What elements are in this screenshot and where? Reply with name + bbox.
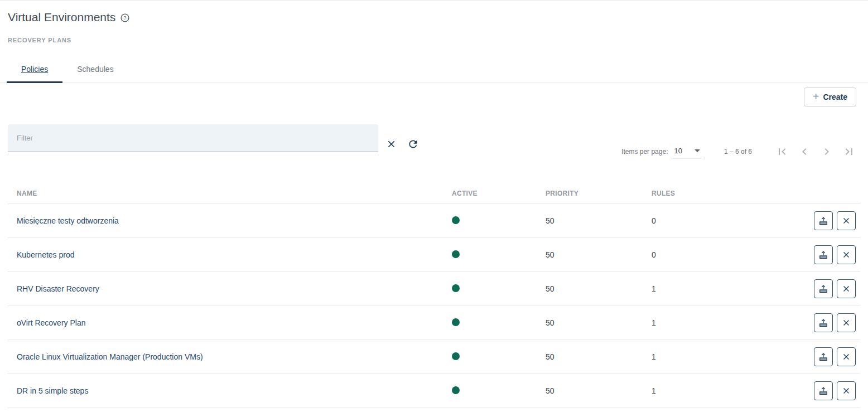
- policy-rules-cell: 1: [643, 318, 803, 327]
- delete-icon: [841, 352, 851, 362]
- delete-button[interactable]: [837, 245, 856, 264]
- policy-name-link[interactable]: Kubernetes prod: [17, 250, 75, 259]
- svg-text:?: ?: [124, 14, 127, 21]
- paginator: Items per page: 10 1 – 6 of 6: [621, 145, 860, 158]
- delete-button[interactable]: [837, 279, 856, 298]
- policy-name-link[interactable]: DR in 5 simple steps: [17, 386, 88, 395]
- page-size-select[interactable]: 10: [673, 146, 701, 158]
- policy-actions-cell: [803, 381, 860, 400]
- policy-rules-cell: 1: [643, 386, 803, 395]
- page-title: Virtual Environments ?: [8, 9, 860, 25]
- delete-icon: [841, 216, 851, 226]
- clear-filter-button[interactable]: [385, 138, 397, 150]
- policy-name-cell: Oracle Linux Virtualization Manager (Pro…: [8, 352, 443, 361]
- policy-name-cell: Kubernetes prod: [8, 250, 443, 259]
- restore-icon: [818, 317, 829, 328]
- active-status-dot: [452, 216, 460, 224]
- active-status-dot: [452, 352, 460, 360]
- section-label: RECOVERY PLANS: [8, 37, 860, 43]
- table-body: Miesięczne testy odtworzenia 50 0: [8, 204, 860, 408]
- policy-name-cell: Miesięczne testy odtworzenia: [8, 216, 443, 225]
- active-status-dot: [452, 318, 460, 326]
- policy-priority-cell: 50: [537, 216, 643, 225]
- delete-button[interactable]: [837, 211, 856, 230]
- table-header: NAME ACTIVE PRIORITY RULES: [8, 183, 860, 204]
- policy-name-link[interactable]: oVirt Recovery Plan: [17, 318, 85, 327]
- active-status-dot: [452, 250, 460, 258]
- policy-priority-cell: 50: [537, 352, 643, 361]
- policy-priority-cell: 50: [537, 318, 643, 327]
- help-icon[interactable]: ?: [120, 13, 129, 22]
- restore-button[interactable]: [814, 347, 833, 366]
- filter-toolbar: Items per page: 10 1 – 6 of 6: [8, 124, 860, 152]
- policy-name-link[interactable]: Miesięczne testy odtworzenia: [17, 216, 119, 225]
- filter-input[interactable]: [8, 124, 378, 152]
- restore-button[interactable]: [814, 381, 833, 400]
- policy-priority-cell: 50: [537, 386, 643, 395]
- refresh-button[interactable]: [407, 138, 419, 151]
- restore-button[interactable]: [814, 245, 833, 264]
- policy-active-cell: [443, 386, 537, 396]
- table-row: Oracle Linux Virtualization Manager (Pro…: [8, 340, 860, 374]
- tab-schedules-label: Schedules: [77, 65, 113, 74]
- column-header-rules: RULES: [643, 190, 803, 197]
- delete-icon: [841, 250, 851, 260]
- delete-button[interactable]: [837, 347, 856, 366]
- clear-icon: [386, 139, 397, 149]
- create-button[interactable]: + Create: [804, 88, 856, 106]
- first-page-button[interactable]: [775, 145, 789, 158]
- items-per-page-label: Items per page:: [621, 148, 668, 156]
- policies-table: NAME ACTIVE PRIORITY RULES Miesięczne te…: [0, 183, 868, 408]
- policy-rules-cell: 1: [643, 352, 803, 361]
- restore-icon: [818, 385, 829, 396]
- table-row: Miesięczne testy odtworzenia 50 0: [8, 204, 860, 238]
- delete-button[interactable]: [837, 381, 856, 400]
- tab-policies-label: Policies: [21, 65, 48, 74]
- column-header-priority: PRIORITY: [537, 190, 643, 197]
- delete-button[interactable]: [837, 313, 856, 332]
- pager-buttons: [775, 145, 856, 158]
- policy-active-cell: [443, 352, 537, 362]
- restore-icon: [818, 283, 829, 294]
- filter-field: [8, 124, 378, 152]
- last-page-icon: [842, 145, 856, 158]
- refresh-icon: [407, 138, 419, 150]
- delete-icon: [841, 318, 851, 328]
- restore-icon: [818, 351, 829, 362]
- policy-name-link[interactable]: Oracle Linux Virtualization Manager (Pro…: [17, 352, 203, 361]
- policy-actions-cell: [803, 211, 860, 230]
- plus-icon: +: [813, 91, 819, 102]
- column-header-name: NAME: [8, 190, 443, 197]
- restore-icon: [818, 249, 829, 260]
- table-row: oVirt Recovery Plan 50 1: [8, 306, 860, 340]
- restore-icon: [818, 215, 829, 226]
- tab-schedules[interactable]: Schedules: [62, 56, 128, 83]
- last-page-button[interactable]: [842, 145, 856, 158]
- page-size-value: 10: [674, 147, 682, 155]
- restore-button[interactable]: [814, 313, 833, 332]
- policy-priority-cell: 50: [537, 250, 643, 259]
- next-page-button[interactable]: [820, 145, 833, 158]
- caret-down-icon: [695, 149, 700, 152]
- restore-button[interactable]: [814, 211, 833, 230]
- restore-button[interactable]: [814, 279, 833, 298]
- table-row: DR in 5 simple steps 50 1: [8, 374, 860, 408]
- delete-icon: [841, 386, 851, 396]
- create-button-label: Create: [823, 93, 847, 101]
- tab-policies[interactable]: Policies: [7, 56, 62, 83]
- recovery-plans-page: Virtual Environments ? RECOVERY PLANS Po…: [0, 0, 868, 417]
- policy-active-cell: [443, 284, 537, 294]
- policy-actions-cell: [803, 313, 860, 332]
- policy-actions-cell: [803, 245, 860, 264]
- previous-page-icon: [798, 145, 811, 158]
- policy-rules-cell: 1: [643, 284, 803, 293]
- toolbar: + Create: [8, 88, 860, 106]
- range-label: 1 – 6 of 6: [724, 148, 752, 156]
- policy-name-link[interactable]: RHV Disaster Recovery: [17, 284, 99, 293]
- tab-bar: Policies Schedules: [0, 56, 868, 83]
- delete-icon: [841, 284, 851, 294]
- policy-priority-cell: 50: [537, 284, 643, 293]
- first-page-icon: [775, 145, 789, 158]
- previous-page-button[interactable]: [798, 145, 811, 158]
- active-status-dot: [452, 386, 460, 394]
